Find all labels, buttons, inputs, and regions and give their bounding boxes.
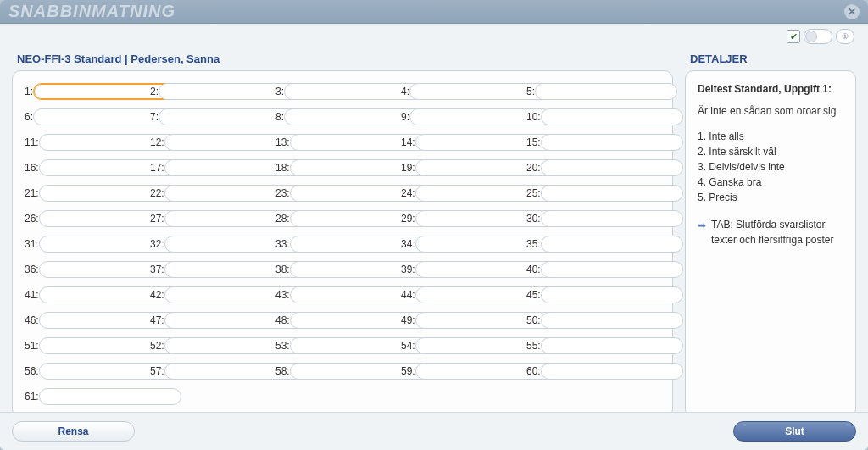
entry-label: 6: <box>25 111 33 123</box>
entry-cell: 58: <box>275 363 394 380</box>
entry-input[interactable] <box>541 312 683 329</box>
entry-label: 23: <box>275 187 290 199</box>
entry-label: 60: <box>526 365 541 377</box>
entry-label: 31: <box>25 238 39 250</box>
entry-cell: 53: <box>275 337 394 354</box>
details-title: DETALJER <box>690 53 856 65</box>
entry-cell: 50: <box>526 312 645 329</box>
entry-cell: 32: <box>150 236 269 253</box>
entry-cell: 52: <box>150 337 269 354</box>
modal-title: SNABBINMATNING <box>8 2 175 21</box>
entry-cell: 15: <box>526 134 645 151</box>
entry-input[interactable] <box>541 210 683 227</box>
entry-label: 4: <box>401 86 409 97</box>
entry-label: 46: <box>25 314 39 326</box>
entry-cell: 56: <box>25 363 143 380</box>
entry-input[interactable] <box>541 363 683 380</box>
entry-cell: 10: <box>526 108 645 125</box>
validate-checkbox[interactable]: ✔ <box>787 30 800 43</box>
footer: Rensa Slut <box>0 412 868 450</box>
entry-input[interactable] <box>541 185 683 202</box>
entry-cell: 2: <box>150 83 269 100</box>
entry-label: 55: <box>526 340 541 352</box>
entry-cell: 40: <box>526 261 645 278</box>
entry-cell: 20: <box>526 159 645 176</box>
entry-input[interactable] <box>39 388 181 405</box>
tab-hint: ➡ TAB: Slutförda svarslistor, texter och… <box>698 217 843 247</box>
entry-label: 28: <box>275 213 290 225</box>
entry-cell: 24: <box>401 185 520 202</box>
entry-cell: 61: <box>25 388 143 405</box>
close-button[interactable]: Slut <box>733 421 856 442</box>
entry-cell: 28: <box>275 210 394 227</box>
entry-cell: 37: <box>150 261 269 278</box>
entry-label: 53: <box>275 340 290 352</box>
entry-label: 7: <box>150 111 159 123</box>
entry-label: 22: <box>150 187 164 199</box>
entry-label: 14: <box>401 136 415 148</box>
entry-label: 8: <box>275 111 284 123</box>
clear-button[interactable]: Rensa <box>12 421 135 442</box>
entry-cell: 42: <box>150 286 269 303</box>
entry-cell: 47: <box>150 312 269 329</box>
form-title: NEO-FFI-3 Standard | Pedersen, Sanna <box>17 53 673 65</box>
entry-cell: 4: <box>401 83 520 100</box>
entry-input[interactable] <box>541 108 683 125</box>
entry-cell: 3: <box>275 83 394 100</box>
entry-label: 38: <box>275 264 290 275</box>
entry-input[interactable] <box>541 159 683 176</box>
entry-label: 3: <box>275 86 284 97</box>
entry-cell: 18: <box>275 159 394 176</box>
entry-label: 48: <box>275 314 290 326</box>
entry-label: 44: <box>401 289 415 301</box>
entry-cell: 60: <box>526 363 645 380</box>
entry-cell: 34: <box>401 236 520 253</box>
entry-input[interactable] <box>541 236 683 253</box>
entry-label: 30: <box>526 213 541 225</box>
entry-label: 52: <box>150 340 164 352</box>
content: NEO-FFI-3 Standard | Pedersen, Sanna 1:2… <box>0 42 868 450</box>
entry-label: 33: <box>275 238 290 250</box>
entry-cell: 57: <box>150 363 269 380</box>
item-counter-badge[interactable]: ① <box>836 29 854 44</box>
details-option: 1. Inte alls <box>698 129 843 144</box>
entry-input[interactable] <box>541 261 683 278</box>
entry-cell: 55: <box>526 337 645 354</box>
entry-cell: 29: <box>401 210 520 227</box>
toggle-knob <box>805 31 817 42</box>
close-icon[interactable]: ✕ <box>844 4 860 19</box>
entry-label: 59: <box>401 365 415 377</box>
entry-cell: 14: <box>401 134 520 151</box>
entry-cell: 31: <box>25 236 143 253</box>
entry-label: 61: <box>25 391 39 403</box>
entry-cell: 17: <box>150 159 269 176</box>
entry-cell: 45: <box>526 286 645 303</box>
entry-cell: 13: <box>275 134 394 151</box>
entry-label: 40: <box>526 264 541 275</box>
details-options: 1. Inte alls2. Inte särskilt väl3. Delvi… <box>698 129 843 205</box>
entry-label: 29: <box>401 213 415 225</box>
entry-input[interactable] <box>541 286 683 303</box>
entry-label: 36: <box>25 264 39 275</box>
entry-label: 50: <box>526 314 541 326</box>
entry-cell: 16: <box>25 159 143 176</box>
details-question: Är inte en sådan som oroar sig <box>698 103 843 119</box>
entry-input[interactable] <box>541 134 683 151</box>
entry-cell: 41: <box>25 286 143 303</box>
tab-hint-text: TAB: Slutförda svarslistor, texter och f… <box>711 217 843 247</box>
modal: SNABBINMATNING ✕ ✔ ① NEO-FFI-3 Standard … <box>0 0 868 450</box>
entry-input[interactable] <box>541 337 683 354</box>
entry-cell: 11: <box>25 134 143 151</box>
entry-label: 21: <box>25 187 39 199</box>
entry-label: 34: <box>401 238 415 250</box>
entry-cell: 48: <box>275 312 394 329</box>
entry-label: 25: <box>526 187 541 199</box>
entry-label: 49: <box>401 314 415 326</box>
toggle-switch[interactable] <box>804 29 832 44</box>
details-option: 2. Inte särskilt väl <box>698 144 843 159</box>
entry-input[interactable] <box>535 83 677 100</box>
entry-label: 19: <box>401 162 415 174</box>
entry-label: 58: <box>275 365 290 377</box>
entry-cell: 5: <box>526 83 645 100</box>
arrow-right-icon: ➡ <box>698 218 706 247</box>
